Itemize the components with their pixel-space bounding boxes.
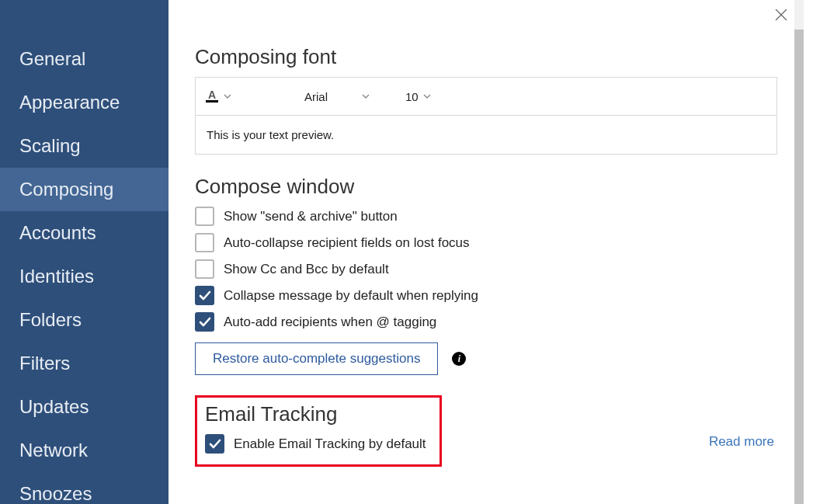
svg-text:A: A — [208, 89, 216, 101]
option-auto-collapse-recipients[interactable]: Auto-collapse recipient fields on lost f… — [195, 233, 777, 252]
sidebar-item-label: Identities — [19, 266, 94, 287]
font-size-select[interactable]: 10 — [391, 90, 431, 103]
font-preview: This is your text preview. — [195, 116, 777, 155]
close-icon — [774, 8, 788, 22]
email-tracking-highlight: Email Tracking Enable Email Tracking by … — [195, 395, 442, 467]
sidebar-item-label: Composing — [19, 179, 113, 200]
section-title-compose-window: Compose window — [195, 175, 777, 199]
sidebar-item-label: Updates — [19, 396, 89, 418]
scrollbar-thumb[interactable] — [794, 30, 804, 504]
sidebar-item-label: Accounts — [19, 222, 96, 244]
checkbox[interactable] — [205, 434, 224, 454]
font-color-picker[interactable]: A — [203, 89, 233, 104]
checkbox-label: Collapse message by default when replyin… — [224, 288, 478, 304]
content-area: Composing font A Arial 10 This is your t… — [169, 0, 804, 481]
sidebar-item-label: Folders — [19, 309, 82, 331]
font-family-value: Arial — [304, 90, 328, 103]
font-family-select[interactable]: Arial — [301, 90, 373, 103]
option-enable-tracking[interactable]: Enable Email Tracking by default — [205, 434, 432, 454]
checkbox-label: Show Cc and Bcc by default — [224, 262, 389, 277]
chevron-down-icon — [362, 94, 370, 99]
main-panel: Composing font A Arial 10 This is your t… — [169, 0, 804, 504]
sidebar-item-updates[interactable]: Updates — [0, 385, 169, 429]
sidebar-item-appearance[interactable]: Appearance — [0, 81, 169, 124]
checkbox[interactable] — [195, 286, 214, 305]
sidebar-item-label: Network — [19, 440, 88, 461]
sidebar-item-identities[interactable]: Identities — [0, 255, 169, 298]
chevron-down-icon — [423, 94, 431, 99]
svg-rect-3 — [206, 100, 218, 103]
sidebar-item-label: Scaling — [19, 135, 81, 157]
sidebar-item-label: Snoozes — [19, 483, 92, 504]
section-title-email-tracking: Email Tracking — [205, 402, 432, 426]
checkbox-label: Enable Email Tracking by default — [234, 436, 426, 452]
sidebar-item-label: General — [19, 48, 85, 70]
option-collapse-reply[interactable]: Collapse message by default when replyin… — [195, 286, 777, 305]
info-icon[interactable]: i — [452, 352, 466, 366]
checkbox-label: Show "send & archive" button — [224, 209, 398, 224]
checkbox[interactable] — [195, 259, 214, 279]
restore-suggestions-button[interactable]: Restore auto-complete suggestions — [195, 342, 438, 375]
sidebar-item-scaling[interactable]: Scaling — [0, 124, 169, 168]
sidebar-item-filters[interactable]: Filters — [0, 342, 169, 385]
sidebar-item-composing[interactable]: Composing — [0, 168, 169, 211]
checkbox[interactable] — [195, 207, 214, 226]
option-auto-add-tagging[interactable]: Auto-add recipients when @ tagging — [195, 312, 777, 332]
checkbox-label: Auto-collapse recipient fields on lost f… — [224, 235, 470, 251]
sidebar-item-network[interactable]: Network — [0, 429, 169, 472]
sidebar-item-label: Appearance — [19, 92, 120, 113]
sidebar-item-folders[interactable]: Folders — [0, 298, 169, 342]
check-icon — [199, 317, 211, 328]
sidebar-item-accounts[interactable]: Accounts — [0, 211, 169, 255]
option-send-archive[interactable]: Show "send & archive" button — [195, 207, 777, 226]
option-show-cc-bcc[interactable]: Show Cc and Bcc by default — [195, 259, 777, 279]
check-icon — [199, 290, 211, 301]
section-title-composing-font: Composing font — [195, 45, 777, 69]
check-icon — [209, 439, 221, 450]
close-button[interactable] — [774, 8, 788, 22]
sidebar-item-snoozes[interactable]: Snoozes — [0, 472, 169, 504]
restore-row: Restore auto-complete suggestions i — [195, 342, 777, 375]
read-more-link[interactable]: Read more — [709, 434, 777, 450]
sidebar: General Appearance Scaling Composing Acc… — [0, 0, 169, 504]
font-toolbar: A Arial 10 — [195, 77, 777, 116]
checkbox[interactable] — [195, 312, 214, 332]
font-color-icon: A — [205, 89, 219, 104]
sidebar-item-label: Filters — [19, 353, 70, 374]
checkbox-label: Auto-add recipients when @ tagging — [224, 315, 436, 330]
scrollbar-track[interactable] — [794, 0, 804, 504]
checkbox[interactable] — [195, 233, 214, 252]
font-size-value: 10 — [405, 90, 419, 103]
sidebar-item-general[interactable]: General — [0, 37, 169, 81]
chevron-down-icon — [224, 94, 231, 99]
